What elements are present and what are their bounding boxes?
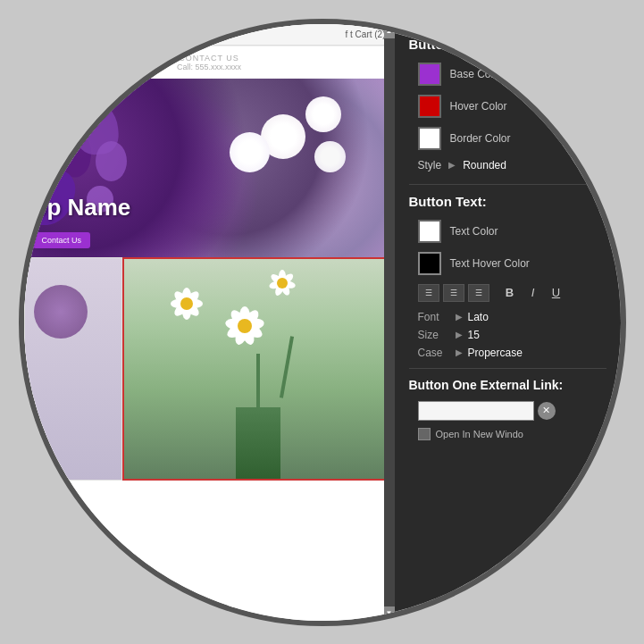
base-color-row: Base Color xyxy=(409,63,606,86)
align-center-btn[interactable]: ☰ xyxy=(443,284,464,302)
divider-2 xyxy=(409,368,606,369)
daisy-1 xyxy=(169,286,205,322)
contact-us-label: CONTACT US xyxy=(31,54,388,63)
flower-blob-3 xyxy=(314,141,346,172)
size-label: Size xyxy=(418,329,450,341)
case-value: Propercase xyxy=(468,347,523,359)
size-row: Size ▶ 15 xyxy=(409,329,606,341)
scroll-down-arrow[interactable]: ▼ xyxy=(384,606,395,621)
italic-btn[interactable]: I xyxy=(523,284,543,302)
website-preview: f t Cart (2) CONTACT US Call: 555.xxx.xx… xyxy=(24,24,395,621)
link-input-row: ✕ xyxy=(409,401,606,421)
new-window-checkbox[interactable] xyxy=(418,428,431,440)
base-color-label: Base Color xyxy=(450,68,503,80)
case-arrow-icon[interactable]: ▶ xyxy=(456,347,463,357)
underline-btn[interactable]: U xyxy=(547,284,566,302)
clear-link-btn[interactable]: ✕ xyxy=(538,402,556,420)
site-topbar: f t Cart (2) xyxy=(24,24,395,46)
border-color-swatch[interactable] xyxy=(418,127,441,150)
contact-button-preview[interactable]: Contact Us xyxy=(33,232,91,248)
hover-color-swatch[interactable] xyxy=(418,95,441,118)
font-row: Font ▶ Lato xyxy=(409,311,606,323)
link-section-title: Button One External Link: xyxy=(409,378,606,392)
text-hover-color-swatch[interactable] xyxy=(418,252,441,275)
style-label: Style xyxy=(418,159,442,171)
hero-section: op Name Contact Us xyxy=(24,79,395,257)
divider-1 xyxy=(409,184,606,185)
new-window-label: Open In New Windo xyxy=(436,429,523,439)
text-hover-color-label: Text Hover Color xyxy=(450,257,530,270)
link-input[interactable] xyxy=(418,401,534,421)
vase xyxy=(236,407,280,479)
button-text-section-title: Button Text: xyxy=(409,194,606,209)
stem-2 xyxy=(280,336,294,398)
bold-btn[interactable]: B xyxy=(500,284,520,302)
daisy-bg xyxy=(124,259,393,479)
scrollbar[interactable]: ▲ ▼ xyxy=(384,24,395,621)
base-color-swatch[interactable] xyxy=(418,63,441,86)
flower-blob-4 xyxy=(230,132,270,172)
text-color-label: Text Color xyxy=(450,225,498,238)
format-group: B I U xyxy=(500,284,566,302)
small-flower xyxy=(34,285,88,339)
style-arrow-icon[interactable]: ▶ xyxy=(448,160,456,170)
flower-left-panel xyxy=(24,257,122,481)
button-section-title: Button: xyxy=(409,37,606,52)
text-align-group: ☰ ☰ ☰ xyxy=(418,284,489,302)
contact-section: CONTACT US Call: 555.xxx.xxxx xyxy=(24,46,395,79)
daisy-2 xyxy=(222,304,267,348)
topbar-text: f t Cart (2) xyxy=(345,29,385,39)
font-value: Lato xyxy=(468,311,489,323)
case-label: Case xyxy=(418,347,450,359)
purple-petal-4 xyxy=(96,141,127,181)
border-color-row: Border Color xyxy=(409,127,606,150)
hover-color-row: Hover Color xyxy=(409,95,606,118)
shop-name-overlay: op Name xyxy=(33,194,131,222)
flower-right-panel xyxy=(122,257,395,481)
hover-color-label: Hover Color xyxy=(450,100,507,113)
style-row: Style ▶ Rounded xyxy=(409,159,606,171)
size-value: 15 xyxy=(468,329,480,341)
white-flowers xyxy=(225,88,386,248)
case-row: Case ▶ Propercase xyxy=(409,347,606,359)
align-right-btn[interactable]: ☰ xyxy=(468,284,489,302)
border-color-label: Border Color xyxy=(450,132,511,145)
style-value: Rounded xyxy=(463,159,506,171)
daisy-3 xyxy=(267,268,298,299)
text-hover-color-row: Text Hover Color xyxy=(409,252,606,275)
font-label: Font xyxy=(418,311,450,323)
phone-label: Call: 555.xxx.xxxx xyxy=(31,63,388,71)
new-window-row: Open In New Windo xyxy=(409,428,606,440)
settings-panel: Button: Base Color Hover Color Border Co… xyxy=(395,24,621,621)
flower-blob-2 xyxy=(305,96,341,132)
font-arrow-icon[interactable]: ▶ xyxy=(456,312,463,322)
flowers-grid xyxy=(24,257,395,481)
scroll-up-arrow[interactable]: ▲ xyxy=(384,24,395,38)
text-color-row: Text Color xyxy=(409,220,606,243)
stem-1 xyxy=(256,354,260,407)
size-arrow-icon[interactable]: ▶ xyxy=(456,330,463,339)
scroll-track[interactable] xyxy=(384,38,395,606)
text-color-swatch[interactable] xyxy=(418,220,441,243)
main-circle: f t Cart (2) CONTACT US Call: 555.xxx.xx… xyxy=(19,19,626,626)
align-left-btn[interactable]: ☰ xyxy=(418,284,439,302)
